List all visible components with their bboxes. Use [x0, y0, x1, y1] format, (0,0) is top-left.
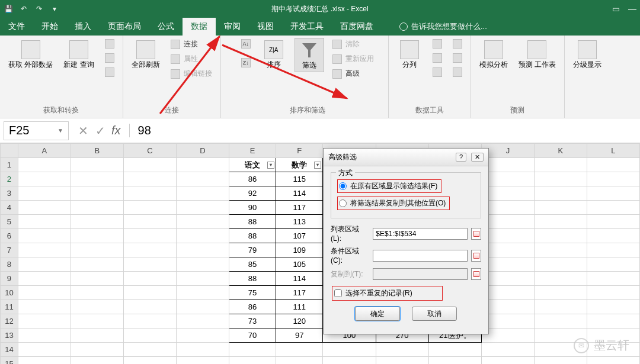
ok-button[interactable]: 确定	[355, 307, 400, 321]
cell[interactable]	[481, 343, 534, 357]
cell[interactable]	[123, 314, 176, 328]
cell[interactable]	[18, 186, 71, 201]
sort-asc-button[interactable]: A↓	[239, 38, 253, 50]
column-header[interactable]: K	[534, 144, 587, 158]
cell[interactable]	[176, 229, 229, 243]
cell[interactable]	[428, 343, 481, 357]
cell[interactable]: 117	[276, 201, 323, 215]
cell[interactable]	[176, 343, 229, 357]
row-header[interactable]: 14	[1, 343, 18, 357]
cell[interactable]	[71, 243, 123, 257]
from-table-button[interactable]	[103, 52, 117, 64]
cell[interactable]	[534, 314, 587, 328]
tab-developer[interactable]: 开发工具	[282, 18, 332, 36]
tab-review[interactable]: 审阅	[216, 18, 249, 36]
cell[interactable]: 88	[229, 229, 276, 243]
consolidate-button[interactable]	[450, 38, 465, 50]
name-box[interactable]: F25 ▼	[4, 121, 69, 140]
recent-sources-button[interactable]	[103, 66, 117, 78]
range-picker-button[interactable]	[471, 228, 481, 240]
connections-button[interactable]: 连接	[168, 38, 215, 50]
cell[interactable]: 88	[229, 272, 276, 286]
cell[interactable]	[587, 215, 639, 229]
column-header[interactable]: D	[176, 144, 229, 158]
sort-button[interactable]: Z|A排序	[259, 38, 289, 71]
cell[interactable]	[534, 243, 587, 257]
cell[interactable]	[428, 357, 481, 365]
column-header[interactable]: F	[276, 144, 323, 158]
row-header[interactable]: 11	[1, 300, 18, 314]
cell[interactable]: 111	[276, 300, 323, 314]
cell[interactable]	[71, 186, 123, 201]
row-header[interactable]: 1	[1, 158, 18, 172]
get-external-data-button[interactable]: 获取 外部数据	[6, 38, 55, 71]
cell[interactable]: 109	[276, 243, 323, 257]
spreadsheet-grid[interactable]: ABCDEFGHIJKL1语文▾数学▾286115392114490117588…	[0, 143, 640, 364]
cell[interactable]	[534, 215, 587, 229]
tab-insert[interactable]: 插入	[66, 18, 100, 36]
row-header[interactable]: 10	[1, 286, 18, 300]
cell[interactable]	[18, 215, 71, 229]
row-header[interactable]: 15	[1, 357, 18, 365]
row-header[interactable]: 12	[1, 314, 18, 328]
filter-button[interactable]: 筛选	[295, 38, 324, 72]
cell[interactable]: 数学▾	[276, 158, 323, 172]
cell[interactable]: 90	[229, 201, 276, 215]
cell[interactable]	[18, 243, 71, 257]
cell[interactable]	[71, 215, 123, 229]
cell[interactable]	[587, 201, 639, 215]
cell[interactable]: 114	[276, 186, 323, 201]
tab-view[interactable]: 视图	[249, 18, 282, 36]
range-picker-button[interactable]	[471, 268, 481, 280]
cell[interactable]	[481, 257, 534, 272]
column-header[interactable]: B	[71, 144, 123, 158]
cell[interactable]	[276, 343, 323, 357]
cell[interactable]	[534, 186, 587, 201]
cell[interactable]: 86	[229, 172, 276, 186]
row-header[interactable]: 13	[1, 328, 18, 343]
save-icon[interactable]: 💾	[4, 4, 13, 14]
column-header[interactable]: L	[587, 144, 639, 158]
cell[interactable]	[534, 201, 587, 215]
cell[interactable]	[18, 357, 71, 365]
cell[interactable]	[534, 357, 587, 365]
cell[interactable]	[176, 158, 229, 172]
cell[interactable]	[481, 328, 534, 343]
cell[interactable]	[18, 272, 71, 286]
column-header[interactable]: J	[481, 144, 534, 158]
cell[interactable]	[534, 286, 587, 300]
cell[interactable]	[534, 272, 587, 286]
cell[interactable]	[376, 357, 428, 365]
cell[interactable]: 107	[276, 229, 323, 243]
cell[interactable]	[176, 215, 229, 229]
cell[interactable]	[18, 343, 71, 357]
cell[interactable]	[123, 201, 176, 215]
qat-dropdown-icon[interactable]: ▾	[50, 4, 59, 14]
cell[interactable]	[587, 272, 639, 286]
cell[interactable]	[71, 172, 123, 186]
text-to-columns-button[interactable]: 分列	[395, 38, 424, 71]
select-all-corner[interactable]	[1, 144, 18, 158]
cell[interactable]	[587, 357, 639, 365]
cell[interactable]	[534, 172, 587, 186]
cell[interactable]	[123, 343, 176, 357]
chevron-down-icon[interactable]: ▼	[57, 127, 63, 134]
cell[interactable]: 97	[276, 328, 323, 343]
cell[interactable]	[18, 328, 71, 343]
cell[interactable]	[481, 314, 534, 328]
cell[interactable]	[18, 201, 71, 215]
advanced-filter-button[interactable]: 高级	[330, 67, 376, 80]
cell[interactable]	[18, 314, 71, 328]
cell[interactable]: 85	[229, 257, 276, 272]
range-picker-button[interactable]	[471, 250, 481, 262]
remove-dup-button[interactable]	[430, 52, 444, 64]
cell[interactable]: 75	[229, 286, 276, 300]
cell[interactable]	[123, 272, 176, 286]
cell[interactable]	[123, 257, 176, 272]
cell[interactable]	[71, 343, 123, 357]
cell[interactable]	[71, 272, 123, 286]
cell[interactable]	[18, 172, 71, 186]
cell[interactable]	[71, 257, 123, 272]
cell[interactable]	[481, 300, 534, 314]
flash-fill-button[interactable]	[430, 38, 444, 50]
